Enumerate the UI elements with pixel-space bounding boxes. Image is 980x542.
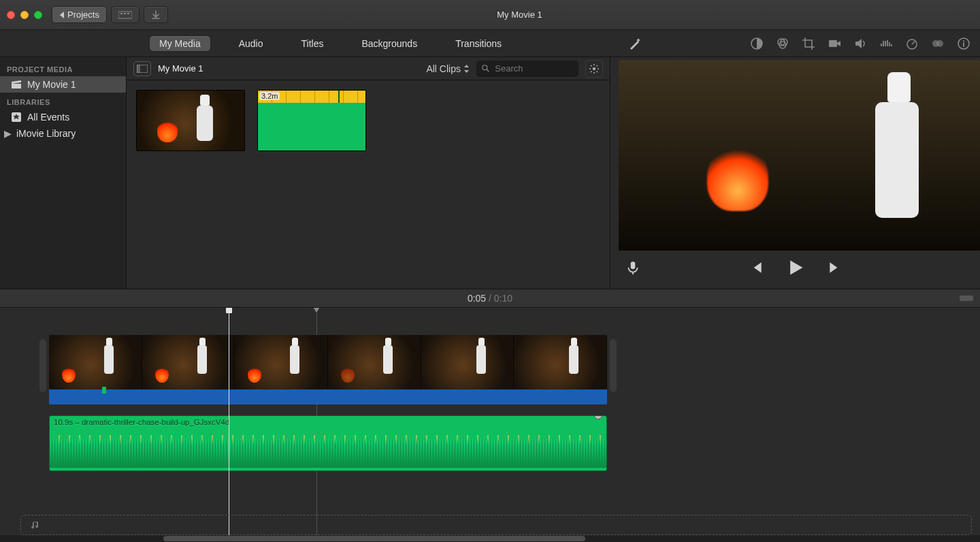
workspace: PROJECT MEDIA My Movie 1 LIBRARIES All E… [0, 57, 980, 289]
window-title: My Movie 1 [168, 10, 871, 20]
audio-marker [102, 387, 106, 394]
clip-trim-handle-left[interactable] [39, 339, 46, 392]
svg-rect-18 [631, 261, 636, 269]
star-icon [11, 112, 22, 123]
sidebar-library-label: iMovie Library [16, 128, 76, 139]
gear-icon [589, 63, 600, 74]
minimize-window-button[interactable] [20, 11, 29, 19]
updown-chevron-icon [463, 65, 470, 73]
stabilization-icon[interactable] [828, 37, 841, 50]
svg-rect-3 [127, 13, 129, 14]
prev-button[interactable] [749, 260, 764, 275]
media-tabs-row: My Media Audio Titles Backgrounds Transi… [0, 30, 980, 57]
search-field[interactable] [476, 61, 578, 77]
svg-point-17 [593, 67, 595, 69]
svg-rect-0 [118, 12, 132, 18]
sidebar-item-imovie-library[interactable]: ▶ iMovie Library [0, 125, 126, 142]
sidebar: PROJECT MEDIA My Movie 1 LIBRARIES All E… [0, 57, 127, 289]
timeline-scrollbar[interactable] [0, 535, 980, 542]
import-media-button[interactable] [111, 6, 140, 23]
sidebar-item-all-events[interactable]: All Events [0, 109, 126, 125]
sidebar-heading-libraries: LIBRARIES [0, 93, 126, 109]
media-browser: My Movie 1 All Clips 3.2m [127, 57, 610, 289]
music-note-icon [31, 520, 40, 530]
browser-settings-button[interactable] [585, 60, 603, 78]
clip-filter-label: All Clips [426, 63, 461, 74]
clip-filter-icon[interactable] [931, 37, 945, 50]
speed-icon[interactable] [905, 37, 919, 50]
noise-reduction-eq-icon[interactable] [879, 37, 893, 50]
download-button[interactable] [144, 6, 168, 23]
svg-point-16 [483, 65, 487, 70]
video-clip[interactable] [49, 335, 607, 389]
video-clip-audio-lane[interactable] [49, 389, 607, 404]
tab-transitions[interactable]: Transitions [446, 36, 511, 51]
window-controls [7, 11, 42, 19]
enhance-magic-wand-icon[interactable] [628, 37, 642, 50]
zoom-window-button[interactable] [34, 11, 42, 19]
disclosure-triangle-icon[interactable]: ▶ [4, 128, 11, 139]
sidebar-heading-project-media: PROJECT MEDIA [0, 60, 126, 76]
audio-clip-length: 3.2m [259, 92, 280, 100]
clapperboard-icon [11, 79, 22, 90]
browser-breadcrumb: My Movie 1 [158, 63, 203, 74]
current-time: 0:05 [468, 293, 486, 304]
timeline[interactable]: 10.9s – dramatic-thriller-chase-build-up… [0, 308, 980, 542]
back-to-projects-button[interactable]: Projects [52, 6, 107, 23]
color-correction-icon[interactable] [776, 37, 789, 50]
sidebar-item-project[interactable]: My Movie 1 [0, 76, 126, 93]
clip-filter-dropdown[interactable]: All Clips [426, 63, 470, 74]
sidebar-all-events-label: All Events [27, 112, 69, 123]
inspector-toolbar [610, 37, 980, 50]
media-clip-audio[interactable]: 3.2m [257, 90, 366, 151]
clip-trim-handle-right[interactable] [610, 339, 617, 392]
titlebar: Projects My Movie 1 [0, 0, 980, 30]
total-duration: 0:10 [494, 293, 512, 304]
color-balance-icon[interactable] [750, 37, 764, 50]
audio-clip[interactable]: 10.9s – dramatic-thriller-chase-build-up… [49, 415, 607, 471]
tab-audio[interactable]: Audio [229, 36, 273, 51]
next-button[interactable] [828, 260, 843, 275]
scrollbar-thumb[interactable] [163, 536, 585, 541]
audio-clip-label: 10.9s – dramatic-thriller-chase-build-up… [54, 418, 229, 426]
browser-toolbar: My Movie 1 All Clips [127, 57, 610, 80]
search-input[interactable] [493, 63, 573, 74]
svg-rect-1 [120, 13, 122, 14]
media-clip-video[interactable] [136, 90, 245, 151]
svg-rect-15 [137, 65, 140, 73]
back-label: Projects [67, 10, 99, 20]
viewer [610, 57, 980, 289]
svg-point-11 [936, 40, 943, 47]
audio-fade-handle[interactable] [594, 415, 602, 419]
voiceover-record-button[interactable] [625, 260, 640, 275]
sidebar-project-label: My Movie 1 [27, 79, 76, 90]
svg-rect-2 [124, 13, 126, 14]
play-button[interactable] [787, 259, 804, 276]
close-window-button[interactable] [7, 11, 15, 19]
toggle-sidebar-button[interactable] [133, 61, 151, 76]
transport-controls [610, 251, 980, 285]
search-icon [482, 64, 489, 73]
preview-viewport[interactable] [619, 60, 980, 251]
tab-my-media[interactable]: My Media [150, 36, 210, 51]
timecode-bar: 0:05 / 0:10 [0, 289, 980, 308]
tab-backgrounds[interactable]: Backgrounds [352, 36, 427, 51]
timeline-playhead[interactable] [229, 308, 229, 542]
timeline-settings-handle[interactable] [960, 296, 973, 301]
info-icon[interactable] [957, 37, 970, 50]
video-track[interactable] [49, 331, 607, 409]
volume-icon[interactable] [853, 37, 867, 50]
clips-area[interactable]: 3.2m [127, 80, 610, 289]
tab-titles[interactable]: Titles [292, 36, 333, 51]
svg-rect-8 [829, 40, 837, 47]
background-music-well[interactable] [20, 515, 972, 535]
crop-icon[interactable] [802, 37, 815, 50]
